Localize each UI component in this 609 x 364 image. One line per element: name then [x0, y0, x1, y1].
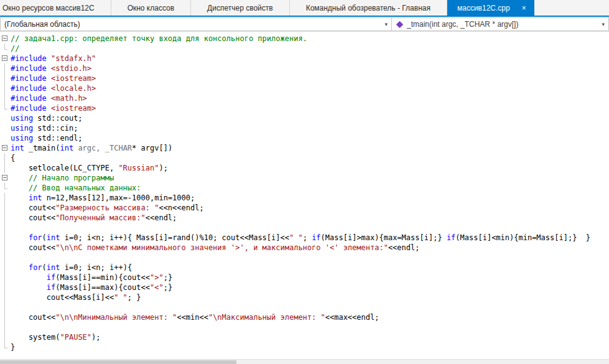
- scrollbar-thumb[interactable]: [0, 360, 236, 364]
- code-token: ;}: [164, 283, 172, 292]
- code-line[interactable]: int n=12,Mass[12],max=-1000,min=1000;: [0, 193, 609, 203]
- fold-margin: [0, 273, 11, 282]
- fold-margin: [0, 282, 11, 292]
- code-line[interactable]: #include <math.h>: [0, 93, 609, 103]
- code-token: );: [159, 164, 167, 172]
- code-line[interactable]: system("PAUSE");: [0, 332, 609, 342]
- code-line[interactable]: using std::endl;: [0, 133, 609, 143]
- code-line[interactable]: −// задача1.cpp: определяет точку входа …: [0, 34, 609, 44]
- code-token: i=0; i<n; i++){: [60, 263, 132, 272]
- code-token: std::endl;: [33, 134, 82, 142]
- code-token: * argv[]): [132, 144, 172, 152]
- code-text: {: [11, 153, 15, 163]
- code-line[interactable]: #include <locale.h>: [0, 83, 609, 93]
- code-line[interactable]: //: [0, 44, 609, 54]
- code-token: ">": [150, 273, 164, 282]
- fold-margin: [0, 183, 11, 193]
- code-line[interactable]: #include <iostream>: [0, 103, 609, 113]
- fold-collapse-icon[interactable]: −: [2, 145, 7, 151]
- code-token: <<max<<endl;: [325, 313, 379, 322]
- fold-collapse-icon[interactable]: −: [2, 55, 7, 61]
- code-token: "\n\nС пометками минимального значения '…: [55, 243, 388, 252]
- code-token: <<min<<: [177, 313, 208, 322]
- code-token: #include: [11, 54, 47, 63]
- code-token: n=12,Mass[12],max=-1000,min=1000;: [42, 194, 195, 202]
- code-line[interactable]: // Ввод начальных данных:: [0, 183, 609, 193]
- code-token: //: [11, 44, 19, 53]
- tab-command-browser[interactable]: Командный обозреватель - Главная: [290, 0, 447, 16]
- code-token: [47, 74, 51, 83]
- code-line[interactable]: for(int i=0; i<n; i++){ Mass[i]=rand()%1…: [0, 233, 609, 243]
- code-line[interactable]: −#include "stdafx.h": [0, 54, 609, 63]
- code-line[interactable]: cout<<"Размерность массива: "<<n<<endl;: [0, 203, 609, 213]
- code-token: cout<<: [11, 313, 55, 322]
- code-text: for(int i=0; i<n; i++){ Mass[i]=rand()%1…: [11, 233, 590, 243]
- code-line[interactable]: if(Mass[i]==max){cout<<"<";}: [0, 282, 609, 292]
- code-line[interactable]: using std::cout;: [0, 113, 609, 123]
- code-token: if: [47, 273, 55, 282]
- code-token: [11, 233, 29, 242]
- code-line[interactable]: cout<<"Полученный массив:"<<endl;: [0, 213, 609, 223]
- code-line[interactable]: #include <iostream>: [0, 73, 609, 83]
- code-token: <iostream>: [51, 74, 96, 83]
- fold-margin: [0, 302, 11, 312]
- code-token: [47, 64, 51, 73]
- fold-margin: −: [0, 173, 11, 183]
- code-token: (: [42, 233, 47, 242]
- code-line[interactable]: cout<<"\n\nС пометками минимального знач…: [0, 243, 609, 253]
- code-token: "stdafx.h": [51, 54, 96, 63]
- code-token: (Mass[i]<min){min=Mass[i];} }: [455, 233, 590, 242]
- scope-dropdown[interactable]: (Глобальная область) ▾: [0, 17, 392, 31]
- code-line[interactable]: [0, 322, 609, 332]
- code-token: (Mass[i]>max){max=Mass[i];}: [321, 233, 447, 242]
- fold-collapse-icon[interactable]: −: [2, 175, 7, 180]
- fold-margin: [0, 243, 11, 253]
- code-token: <locale.h>: [51, 84, 96, 93]
- code-token: int: [47, 233, 60, 242]
- fold-margin: [0, 203, 11, 213]
- code-line[interactable]: #include <stdio.h>: [0, 63, 609, 73]
- tab-massiv12c-cpp[interactable]: массив12C.cpp ×: [447, 0, 534, 16]
- code-line[interactable]: cout<<"\n\nМинимальный элемент: "<<min<<…: [0, 312, 609, 322]
- tab-property-manager[interactable]: Диспетчер свойств: [191, 0, 290, 16]
- code-line[interactable]: if(Mass[i]==min){cout<<">";}: [0, 273, 609, 282]
- code-token: // задача1.cpp: определяет точку входа д…: [11, 34, 307, 43]
- code-token: #include: [11, 64, 47, 73]
- code-token: "Размерность массива: ": [55, 203, 159, 212]
- code-token: #include: [11, 74, 47, 83]
- code-area[interactable]: −// задача1.cpp: определяет точку входа …: [0, 34, 609, 352]
- fold-collapse-icon[interactable]: −: [2, 35, 7, 41]
- visual-studio-window: Окно ресурсов массив12С Окно классов Дис…: [0, 0, 609, 364]
- code-line[interactable]: − // Начало программы: [0, 173, 609, 183]
- code-text: #include <stdio.h>: [11, 63, 91, 73]
- fold-margin: [0, 153, 11, 163]
- code-line[interactable]: cout<<Mass[i]<<" "; }: [0, 292, 609, 302]
- fold-margin: −: [0, 54, 11, 63]
- code-line[interactable]: [0, 302, 609, 312]
- tab-resource-view[interactable]: Окно ресурсов массив12С: [0, 0, 111, 16]
- fold-margin: [0, 263, 11, 273]
- code-line[interactable]: setlocale(LC_CTYPE, "Russian");: [0, 163, 609, 173]
- code-editor: −// задача1.cpp: определяет точку входа …: [0, 32, 609, 359]
- code-token: [47, 54, 51, 63]
- code-token: "Полученный массив:": [55, 213, 146, 222]
- code-line[interactable]: [0, 253, 609, 263]
- member-dropdown[interactable]: _tmain(int argc, _TCHAR * argv[]) ▾: [392, 17, 609, 31]
- close-icon[interactable]: ×: [520, 4, 528, 12]
- tab-label: массив12C.cpp: [457, 4, 510, 12]
- code-line[interactable]: −int _tmain(int argc, _TCHAR* argv[]): [0, 143, 609, 153]
- tab-class-view[interactable]: Окно классов: [111, 0, 191, 16]
- code-token: [47, 94, 51, 103]
- fold-margin: [0, 312, 11, 322]
- horizontal-scrollbar[interactable]: [0, 359, 609, 364]
- member-label: _tmain(int argc, _TCHAR * argv[]): [407, 20, 597, 29]
- fold-margin: −: [0, 143, 11, 153]
- code-line[interactable]: using std::cin;: [0, 123, 609, 133]
- code-line[interactable]: }: [0, 342, 609, 352]
- fold-margin: [0, 83, 11, 93]
- code-text: #include <iostream>: [11, 73, 96, 83]
- code-line[interactable]: {: [0, 153, 609, 163]
- code-token: argc, _TCHAR: [73, 144, 132, 152]
- code-line[interactable]: for(int i=0; i<n; i++){: [0, 263, 609, 273]
- code-line[interactable]: [0, 223, 609, 233]
